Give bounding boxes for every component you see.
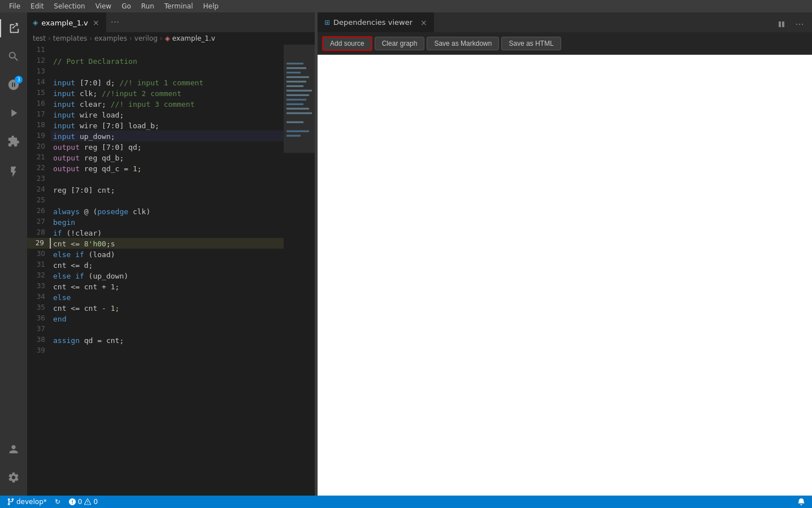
code-editor[interactable]: 11 12 // Port Declaration 13 14 input [7… — [27, 45, 315, 496]
status-branch-name: develop* — [16, 498, 47, 506]
source-control-badge: 3 — [15, 76, 23, 84]
verilog-file-icon: ◈ — [33, 19, 38, 27]
line-23: 23 — [27, 173, 284, 184]
source-control-icon[interactable]: 3 — [0, 71, 27, 98]
editor-tab-filename: example_1.v — [41, 19, 88, 27]
status-right — [795, 496, 807, 508]
line-28: 28 if (!clear) — [27, 227, 284, 238]
dep-tab-label: Dependencies viewer — [333, 18, 412, 27]
line-17: 17 input wire load; — [27, 109, 284, 120]
status-branch[interactable]: develop* — [5, 496, 49, 508]
account-icon[interactable] — [0, 436, 27, 463]
line-26: 26 always @ (posedge clk) — [27, 206, 284, 216]
breadcrumb-verilog[interactable]: verilog — [134, 34, 158, 42]
breadcrumb-file-icon: ◈ — [165, 34, 172, 42]
svg-rect-16 — [284, 45, 315, 153]
editor-tab-example[interactable]: ◈ example_1.v × — [27, 12, 106, 32]
editor-area: ◈ example_1.v × ··· test › templates › e… — [27, 12, 315, 496]
bell-icon — [797, 498, 805, 506]
warning-count: 0 — [93, 498, 98, 506]
breadcrumb-templates[interactable]: templates — [53, 34, 87, 42]
line-29: 29 cnt <= 8'h00;s — [27, 238, 284, 249]
line-37: 37 — [27, 324, 284, 335]
activity-bar: 3 — [0, 12, 27, 496]
settings-icon[interactable] — [0, 464, 27, 491]
dep-tab-bar: ⊞ Dependencies viewer × ··· — [318, 12, 812, 32]
dep-tab-actions: ··· — [774, 16, 812, 32]
line-31: 31 cnt <= d; — [27, 259, 284, 270]
test-icon[interactable] — [0, 158, 27, 185]
save-as-html-button[interactable]: Save as HTML — [501, 37, 561, 50]
breadcrumb-test[interactable]: test — [33, 34, 46, 42]
line-34: 34 else — [27, 292, 284, 302]
explorer-icon[interactable] — [0, 15, 27, 42]
breadcrumb: test › templates › examples › verilog › … — [27, 32, 315, 45]
line-33: 33 cnt <= cnt + 1; — [27, 281, 284, 292]
status-sync[interactable]: ↻ — [53, 496, 63, 508]
status-notifications[interactable] — [795, 496, 807, 508]
line-13: 13 — [27, 66, 284, 77]
error-icon — [68, 498, 76, 506]
line-27: 27 begin — [27, 216, 284, 227]
dep-toolbar: Add source Clear graph Save as Markdown … — [318, 32, 812, 55]
line-19: 19 input up_down; — [27, 131, 284, 141]
main-layout: 3 ◈ example_1.v × — [0, 12, 812, 496]
dep-tab-dependencies[interactable]: ⊞ Dependencies viewer × — [318, 12, 434, 32]
line-11: 11 — [27, 45, 284, 55]
line-14: 14 input [7:0] d; //! input 1 comment — [27, 77, 284, 88]
line-35: 35 cnt <= cnt - 1; — [27, 302, 284, 313]
status-left: develop* ↻ 0 0 — [5, 496, 100, 508]
menu-bar: File Edit Selection View Go Run Terminal… — [0, 0, 812, 12]
menu-run[interactable]: Run — [137, 1, 159, 11]
line-36: 36 end — [27, 313, 284, 324]
clear-graph-button[interactable]: Clear graph — [375, 37, 425, 50]
save-as-markdown-button[interactable]: Save as Markdown — [427, 37, 499, 50]
editor-tab-close[interactable]: × — [92, 18, 101, 27]
line-30: 30 else if (load) — [27, 249, 284, 259]
menu-go[interactable]: Go — [117, 1, 136, 11]
menu-help[interactable]: Help — [199, 1, 223, 11]
add-source-button[interactable]: Add source — [322, 36, 372, 51]
line-20: 20 output reg [7:0] qd; — [27, 141, 284, 152]
line-16: 16 input clear; //! input 3 comment — [27, 98, 284, 109]
menu-terminal[interactable]: Terminal — [160, 1, 198, 11]
status-bar: develop* ↻ 0 0 — [0, 496, 812, 508]
dep-tab-icon: ⊞ — [324, 19, 330, 27]
line-15: 15 input clk; //!input 2 comment — [27, 88, 284, 98]
menu-selection[interactable]: Selection — [49, 1, 89, 11]
line-24: 24 reg [7:0] cnt; — [27, 184, 284, 195]
more-actions-icon[interactable]: ··· — [792, 16, 807, 32]
breadcrumb-examples[interactable]: examples — [94, 34, 127, 42]
menu-view[interactable]: View — [91, 1, 116, 11]
dep-tab-close[interactable]: × — [420, 18, 427, 27]
line-21: 21 output reg qd_b; — [27, 152, 284, 163]
line-38: 38 assign qd = cnt; — [27, 335, 284, 345]
line-25: 25 — [27, 195, 284, 206]
dep-panel: ⊞ Dependencies viewer × ··· Add source C… — [318, 12, 812, 496]
line-39: 39 — [27, 345, 284, 356]
editor-tab-more[interactable]: ··· — [106, 12, 124, 32]
editor-tab-bar: ◈ example_1.v × ··· — [27, 12, 315, 32]
dep-canvas — [318, 55, 812, 496]
search-icon[interactable] — [0, 43, 27, 70]
extensions-icon[interactable] — [0, 128, 27, 155]
run-debug-icon[interactable] — [0, 99, 27, 127]
menu-edit[interactable]: Edit — [26, 1, 48, 11]
split-editor-icon[interactable] — [774, 16, 789, 32]
menu-file[interactable]: File — [5, 1, 25, 11]
minimap — [284, 45, 315, 496]
warning-icon — [84, 498, 92, 506]
line-18: 18 input wire [7:0] load_b; — [27, 120, 284, 131]
line-32: 32 else if (up_down) — [27, 270, 284, 281]
status-errors[interactable]: 0 0 — [66, 496, 100, 508]
sync-icon: ↻ — [55, 498, 60, 506]
error-count: 0 — [78, 498, 82, 506]
line-12: 12 // Port Declaration — [27, 55, 284, 66]
line-22: 22 output reg qd_c = 1; — [27, 163, 284, 173]
branch-icon — [7, 498, 15, 506]
breadcrumb-file[interactable]: ◈ example_1.v — [165, 34, 215, 42]
